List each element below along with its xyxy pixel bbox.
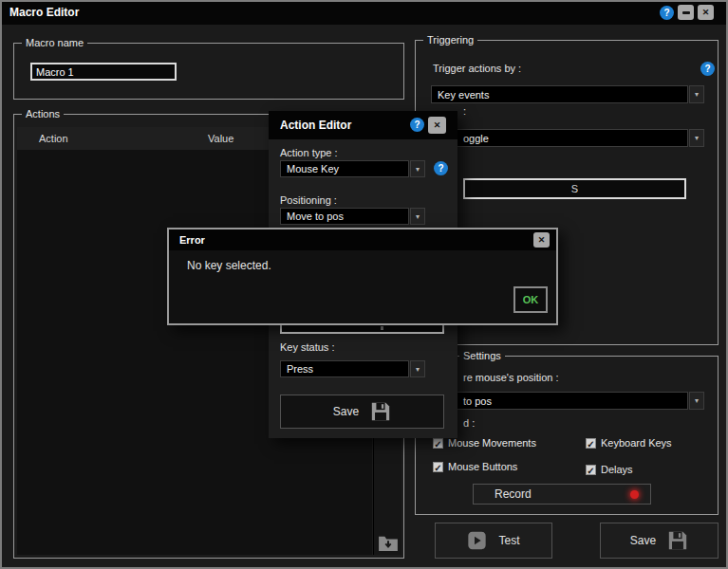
checkbox-delays-label: Delays: [601, 464, 633, 476]
error-dialog: Error ✕ No key selected. OK: [167, 228, 558, 325]
action-editor-save-label: Save: [333, 405, 359, 418]
positioning-dropdown[interactable]: Move to pos ▾: [280, 208, 425, 226]
key-select-mark: [381, 326, 383, 330]
save-floppy-icon: [370, 401, 391, 422]
close-button[interactable]: ✕: [698, 5, 714, 20]
close-icon: ✕: [434, 120, 441, 130]
key-status-label: Key status :: [280, 341, 334, 353]
trigger-by-value[interactable]: Key events: [431, 85, 688, 103]
checkbox-keyboard-keys[interactable]: ✓: [586, 438, 596, 449]
column-header-action[interactable]: Action: [39, 133, 68, 144]
help-glyph: ?: [663, 8, 669, 18]
footer-save-button-label: Save: [630, 534, 656, 547]
key-status-dropdown[interactable]: Press ▾: [280, 360, 425, 378]
open-folder-button[interactable]: [378, 535, 399, 552]
trigger-key-button[interactable]: S: [463, 178, 686, 199]
error-title-bar: Error ✕: [169, 229, 556, 250]
checkbox-delays[interactable]: ✓: [586, 465, 596, 475]
trigger-mode-value[interactable]: oggle: [431, 129, 688, 147]
macro-name-group: Macro name Macro 1: [13, 43, 404, 100]
record-indicator-icon: [630, 490, 639, 499]
chevron-down-icon[interactable]: ▾: [689, 85, 704, 103]
trigger-help-icon[interactable]: ?: [700, 62, 715, 76]
macro-name-input[interactable]: Macro 1: [30, 63, 177, 81]
record-label-fragment: d :: [463, 417, 475, 429]
minimize-button[interactable]: [678, 5, 694, 20]
trigger-key-value: S: [571, 183, 578, 194]
macro-name-value: Macro 1: [36, 66, 74, 78]
record-button-label: Record: [495, 487, 532, 501]
footer-save-button[interactable]: Save: [600, 523, 719, 559]
action-editor-close-button[interactable]: ✕: [428, 117, 446, 134]
mouse-position-value[interactable]: to pos: [431, 392, 688, 410]
chevron-down-icon[interactable]: ▾: [410, 160, 425, 177]
check-icon: ✓: [587, 466, 594, 476]
actions-group-title: Actions: [22, 108, 64, 119]
error-ok-label: OK: [523, 294, 539, 305]
window-title: Macro Editor: [9, 0, 79, 25]
trigger-by-label: Trigger actions by :: [433, 63, 521, 74]
help-glyph: ?: [704, 64, 710, 74]
close-icon: ✕: [702, 8, 710, 17]
error-ok-button[interactable]: OK: [513, 286, 548, 313]
close-icon: ✕: [538, 235, 546, 245]
action-type-label: Action type :: [280, 147, 338, 158]
chevron-down-icon[interactable]: ▾: [689, 392, 704, 410]
check-icon: ✓: [587, 439, 594, 450]
macro-name-group-title: Macro name: [22, 37, 87, 48]
chevron-down-icon[interactable]: ▾: [410, 208, 425, 225]
action-editor-title-bar: Action Editor ? ✕: [269, 111, 457, 139]
action-type-value[interactable]: Mouse Key: [280, 160, 409, 177]
key-status-value[interactable]: Press: [280, 360, 409, 377]
test-button[interactable]: Test: [435, 523, 552, 559]
check-icon: ✓: [434, 439, 441, 450]
folder-download-icon: [378, 535, 399, 552]
column-header-value[interactable]: Value: [208, 133, 233, 144]
action-editor-save-button[interactable]: Save: [280, 395, 444, 429]
checkbox-mouse-movements-label: Mouse Movements: [448, 437, 536, 450]
checkbox-keyboard-keys-label: Keyboard Keys: [601, 437, 672, 450]
mouse-position-label-fragment: re mouse's position :: [463, 372, 559, 383]
trigger-mode-label-fragment: :: [463, 105, 466, 117]
action-editor-help-icon[interactable]: ?: [410, 118, 424, 132]
error-message: No key selected.: [187, 259, 271, 272]
play-icon: [467, 531, 487, 550]
positioning-value[interactable]: Move to pos: [280, 208, 409, 225]
mouse-position-dropdown[interactable]: to pos ▾: [431, 392, 704, 410]
macro-editor-window: Macro Editor ? ✕ Macro name Macro 1 Acti…: [0, 0, 728, 569]
error-close-button[interactable]: ✕: [533, 232, 550, 248]
error-title: Error: [179, 229, 205, 250]
checkbox-mouse-buttons-label: Mouse Buttons: [448, 461, 517, 473]
triggering-group-title: Triggering: [423, 34, 477, 46]
checkbox-mouse-buttons[interactable]: ✓: [433, 462, 443, 472]
record-button[interactable]: Record: [473, 484, 651, 505]
positioning-label: Positioning :: [280, 194, 337, 206]
chevron-down-icon[interactable]: ▾: [410, 360, 425, 377]
trigger-by-dropdown[interactable]: Key events ▾: [431, 85, 704, 103]
help-icon[interactable]: ?: [660, 6, 674, 20]
action-editor-title: Action Editor: [280, 111, 351, 139]
trigger-mode-dropdown[interactable]: oggle ▾: [431, 129, 704, 147]
test-button-label: Test: [498, 534, 519, 547]
minimize-icon: [682, 11, 690, 14]
save-floppy-icon: [667, 530, 688, 551]
action-type-help-icon[interactable]: ?: [434, 161, 448, 175]
title-bar: Macro Editor ? ✕: [0, 0, 728, 25]
checkbox-mouse-movements[interactable]: ✓: [433, 438, 443, 449]
settings-group-title-fragment: Settings: [459, 350, 505, 361]
action-type-dropdown[interactable]: Mouse Key ▾: [280, 160, 425, 178]
settings-group: Settings re mouse's position : to pos ▾ …: [415, 356, 719, 515]
check-icon: ✓: [434, 463, 441, 473]
chevron-down-icon[interactable]: ▾: [689, 129, 704, 147]
